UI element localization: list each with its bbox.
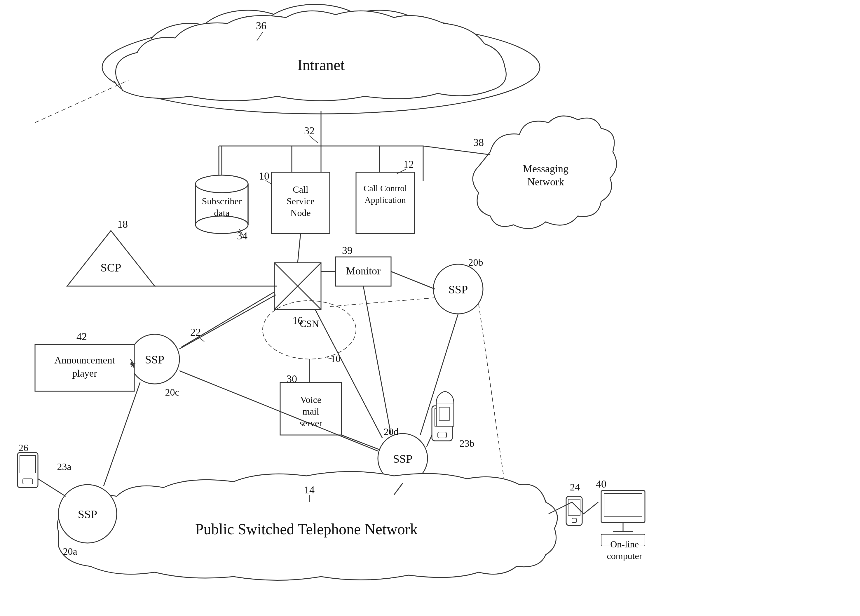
ref-18: 18 xyxy=(117,218,128,230)
ref-40: 40 xyxy=(596,478,606,490)
vms-label-2: mail xyxy=(303,406,319,416)
svg-rect-82 xyxy=(601,490,645,523)
ref-30: 30 xyxy=(287,373,297,385)
scp-label: SCP xyxy=(100,261,121,274)
ref-20a: 20a xyxy=(63,546,77,557)
csn-label-1: Call xyxy=(293,184,308,195)
svg-rect-79 xyxy=(566,496,582,525)
ref-32: 32 xyxy=(304,125,315,137)
ssp-20b-label: SSP xyxy=(449,283,468,296)
ssp-20d-label: SSP xyxy=(393,452,413,465)
ref-42: 42 xyxy=(77,331,87,343)
ssp-20c-label: SSP xyxy=(145,353,165,366)
cca-label-1: Call Control xyxy=(363,183,407,193)
ref-23b: 23b xyxy=(460,438,474,449)
svg-rect-74 xyxy=(17,453,38,487)
subscriber-data-label: Subscriber xyxy=(202,196,242,206)
ref-22: 22 xyxy=(190,326,201,338)
svg-line-55 xyxy=(131,364,135,364)
online-computer-label-1: On-line xyxy=(610,539,639,550)
messaging-label-1: Messaging xyxy=(523,163,568,174)
ref-14: 14 xyxy=(304,484,315,496)
csn-label-3: Node xyxy=(290,207,311,218)
ref-38: 38 xyxy=(473,137,484,148)
ref-39: 39 xyxy=(342,245,353,256)
csn-label-2: Service xyxy=(287,196,315,206)
pstn-label: Public Switched Telephone Network xyxy=(195,521,417,537)
ref-26: 26 xyxy=(18,442,28,453)
svg-marker-93 xyxy=(436,403,454,426)
ref-20c: 20c xyxy=(165,387,179,398)
ref-24: 24 xyxy=(570,482,580,492)
monitor-label: Monitor xyxy=(346,265,381,277)
csn-dashed-label: CSN xyxy=(300,318,319,329)
ref-23a: 23a xyxy=(57,461,71,472)
svg-point-21 xyxy=(196,175,248,193)
svg-text:data: data xyxy=(214,207,229,218)
online-computer-label-2: computer xyxy=(607,551,642,561)
ssp-20a-label: SSP xyxy=(78,508,97,521)
ref-20d: 20d xyxy=(384,426,399,437)
ref-10a: 10 xyxy=(259,170,269,182)
ref-12: 12 xyxy=(403,159,414,170)
announcement-label-1: Announcement xyxy=(54,355,115,366)
vms-label-1: Voice xyxy=(300,394,321,405)
messaging-label-2: Network xyxy=(527,176,564,188)
cca-label-2: Application xyxy=(364,195,406,205)
ref-20b: 20b xyxy=(468,257,483,268)
ref-34: 34 xyxy=(237,230,248,242)
announcement-label-2: player xyxy=(72,368,97,379)
ref-36: 36 xyxy=(256,20,267,31)
intranet-label: Intranet xyxy=(297,57,345,73)
